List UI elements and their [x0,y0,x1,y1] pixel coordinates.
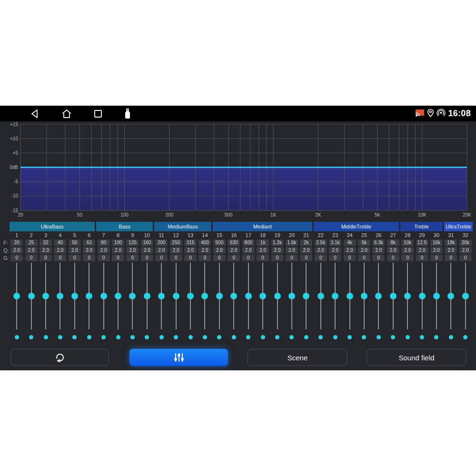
band-slider-13[interactable] [183,263,198,329]
slider-thumb[interactable] [42,293,49,299]
band-slider-21[interactable] [299,263,313,329]
gain-chip: 0 [315,255,327,261]
slider-thumb[interactable] [259,293,266,299]
slider-thumb[interactable] [347,293,353,299]
scene-button[interactable]: Scene [248,349,347,366]
band-slider-5[interactable] [68,263,82,329]
reset-button[interactable] [10,349,109,366]
recents-button[interactable] [93,108,103,119]
slider-thumb[interactable] [216,293,223,299]
slider-thumb[interactable] [332,293,338,299]
slider-thumb[interactable] [303,293,309,299]
band-number: 25 [361,232,367,238]
gain-chip: 0 [141,255,153,261]
band-slider-10[interactable] [140,263,154,329]
home-button[interactable] [61,108,72,119]
slider-thumb[interactable] [57,293,63,299]
slider-thumb[interactable] [28,293,35,299]
slider-thumb[interactable] [317,293,324,299]
band-number: 1 [15,232,18,238]
band-slider-4[interactable] [53,263,67,329]
slider-thumb[interactable] [274,293,281,299]
band-slider-1[interactable] [10,263,24,329]
band-slider-15[interactable] [212,263,227,329]
slider-thumb[interactable] [419,293,426,299]
band-group-treble: Treble [400,222,443,231]
band-slider-12[interactable] [169,263,183,329]
slider-thumb[interactable] [173,293,179,299]
slider-thumb[interactable] [404,293,411,299]
slider-thumb[interactable] [115,293,121,299]
band-slider-2[interactable] [24,263,38,329]
q-chip: 2.0 [184,247,197,254]
gain-chip: 0 [25,255,38,261]
equalizer-tab-button[interactable] [129,349,228,366]
band-slider-18[interactable] [256,263,270,329]
band-slider-25[interactable] [357,263,371,329]
band-slider-24[interactable] [342,263,357,329]
band-number: 8 [117,232,119,238]
band-number: 29 [419,232,425,238]
band-slider-27[interactable] [386,263,400,329]
band-slider-31[interactable] [444,263,458,329]
band-slider-16[interactable] [227,263,241,329]
q-chip: 2.0 [315,247,327,254]
q-chip: 2.0 [387,247,399,254]
slider-thumb[interactable] [86,293,92,299]
band-number: 11 [159,232,164,238]
slider-thumb[interactable] [158,293,165,299]
band-slider-8[interactable] [111,263,125,329]
band-dot [29,335,33,339]
slider-thumb[interactable] [390,293,397,299]
slider-thumb[interactable] [71,293,78,299]
band-number: 17 [246,232,251,238]
slider-thumb[interactable] [187,293,194,299]
band-slider-14[interactable] [198,263,212,329]
slider-thumb[interactable] [100,293,107,299]
q-chip: 2.0 [300,247,312,254]
svg-text:+15: +15 [10,122,18,127]
svg-text:20K: 20K [463,212,471,218]
band-slider-6[interactable] [82,263,96,329]
band-slider-20[interactable] [285,263,299,329]
band-slider-22[interactable] [314,263,328,329]
svg-text:5K: 5K [375,212,381,218]
slider-thumb[interactable] [13,293,20,299]
slider-thumb[interactable] [433,293,440,299]
slider-thumb[interactable] [447,293,454,299]
svg-text:0dB: 0dB [10,165,18,170]
band-slider-9[interactable] [125,263,139,329]
band-slider-3[interactable] [39,263,53,329]
freq-chip: 5k [358,239,370,246]
slider-thumb[interactable] [230,293,237,299]
band-slider-29[interactable] [415,263,429,329]
band-slider-30[interactable] [429,263,444,329]
band-slider-19[interactable] [270,263,284,329]
band-dot [377,335,381,339]
slider-thumb[interactable] [144,293,150,299]
band-slider-26[interactable] [371,263,386,329]
sound-field-button[interactable]: Sound field [367,349,466,366]
q-chip: 2.0 [242,247,255,254]
band-dot [217,335,221,339]
band-slider-28[interactable] [400,263,415,329]
q-chip: 2.0 [271,247,284,254]
slider-thumb[interactable] [375,293,382,299]
slider-thumb[interactable] [361,293,367,299]
slider-thumb[interactable] [288,293,295,299]
back-button[interactable] [30,108,40,119]
slider-thumb[interactable] [462,293,469,299]
band-dot [232,335,236,339]
freq-chip: 400 [198,239,211,246]
gain-chip: 0 [198,255,211,261]
band-slider-11[interactable] [154,263,169,329]
slider-thumb[interactable] [245,293,252,299]
slider-thumb[interactable] [129,293,136,299]
slider-thumb[interactable] [201,293,208,299]
band-slider-32[interactable] [458,263,473,329]
band-slider-7[interactable] [96,263,110,329]
svg-text:50: 50 [77,212,83,218]
band-slider-17[interactable] [241,263,256,329]
band-group-mediant: Mediant [213,222,312,231]
band-slider-23[interactable] [328,263,342,329]
